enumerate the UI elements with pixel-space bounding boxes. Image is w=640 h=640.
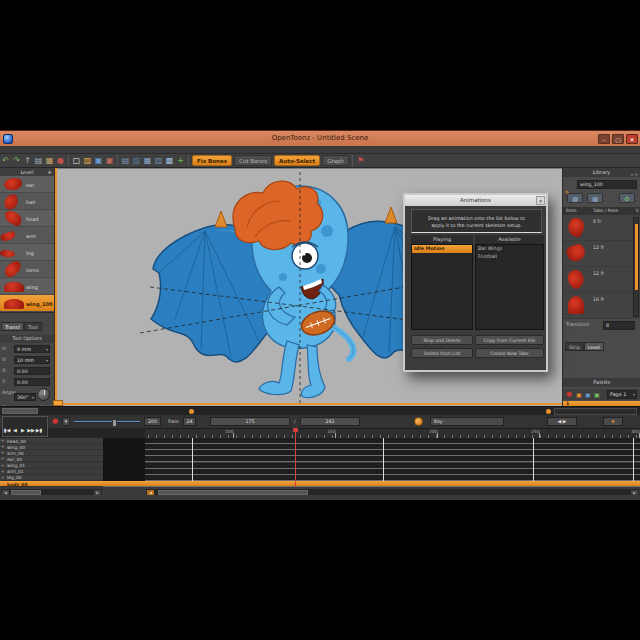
x-field[interactable]: 0.00 xyxy=(14,367,50,375)
library-item[interactable]: 12 fr xyxy=(563,241,633,267)
expand-icon[interactable]: + xyxy=(1,469,4,474)
key-mode-button[interactable]: Key xyxy=(430,417,504,426)
style-editor-icon[interactable]: ▣ xyxy=(585,391,591,398)
up-arrow-icon[interactable]: ↑ xyxy=(22,154,33,167)
library-scrollbar[interactable] xyxy=(633,217,639,317)
options-button[interactable]: ▾ xyxy=(62,417,70,426)
flag-icon[interactable]: ⚑ xyxy=(355,154,366,167)
zoom-value-field[interactable]: 200 xyxy=(144,417,161,426)
grid-icon[interactable]: + xyxy=(175,154,186,167)
dialog-close-icon[interactable]: ✕ xyxy=(536,196,545,205)
timeline-row-label[interactable]: +arm_01 xyxy=(0,469,103,475)
undo-icon[interactable]: ↶ xyxy=(0,154,11,167)
timeline-menu-button[interactable] xyxy=(2,408,38,414)
dialog-button-3[interactable]: Delete from List xyxy=(411,348,473,358)
combo-h[interactable]: 9 mm xyxy=(14,345,50,353)
go-last-button[interactable]: ▶▮ xyxy=(35,421,43,440)
timeline-row-track[interactable] xyxy=(145,475,640,481)
timeline-row-track[interactable] xyxy=(145,438,640,444)
load-folder-button[interactable]: ▨ xyxy=(567,193,583,203)
tab-level[interactable]: Level xyxy=(584,342,604,351)
timeline-zoom-slider[interactable] xyxy=(74,421,140,423)
timeline-row-track[interactable] xyxy=(145,444,640,450)
toggle-cut-bones[interactable]: Cut Bones xyxy=(234,155,272,166)
frame-ruler[interactable]: 100150200250300 xyxy=(145,428,640,438)
play-button[interactable]: ▶ xyxy=(19,421,27,440)
panel-close-icon[interactable]: ▫ ✕ xyxy=(631,170,638,179)
expand-icon[interactable]: + xyxy=(1,450,4,455)
frames-scrollbar[interactable]: ◀▶ xyxy=(145,488,640,496)
palette-gizmo-icon[interactable]: ▣ xyxy=(594,391,600,398)
prev-frame-button[interactable]: ◀ xyxy=(11,421,19,440)
expand-icon[interactable]: + xyxy=(1,463,4,468)
col-take-pose[interactable]: Take / Pose xyxy=(593,207,618,215)
timeline-row-label[interactable]: +body_00 xyxy=(0,481,103,487)
new-style-icon[interactable]: ▣ xyxy=(576,391,582,398)
transition-field[interactable]: 8 xyxy=(603,321,635,330)
sort-icon[interactable]: ⇅ xyxy=(635,207,639,215)
window-titlebar[interactable]: OpenToonz - Untitled Scene – ▢ ✕ xyxy=(0,130,640,146)
y-field[interactable]: 0.00 xyxy=(14,378,50,386)
next-frame-button[interactable]: ▶▶ xyxy=(27,421,35,440)
dialog-button-4[interactable]: Create New Take xyxy=(475,348,544,358)
expand-icon[interactable]: + xyxy=(1,481,4,486)
level-strip-item[interactable]: hair xyxy=(0,193,54,210)
new-scene-icon[interactable]: ▢ xyxy=(71,154,82,167)
maximize-button[interactable]: ▢ xyxy=(612,134,624,144)
timeline-zoom-thumb[interactable] xyxy=(112,419,117,427)
available-list-item[interactable]: Bat Wings xyxy=(476,245,543,253)
timeline-search-field[interactable] xyxy=(554,408,637,415)
library-item[interactable]: 12 fr xyxy=(563,267,633,293)
key-nav-buttons[interactable]: ◀ ▶ xyxy=(547,417,577,426)
rate-field[interactable]: 24 xyxy=(183,417,196,426)
combo-v[interactable]: 10 mm xyxy=(14,356,50,364)
redo-icon[interactable]: ↷ xyxy=(11,154,22,167)
frames-scrollbar-thumb[interactable] xyxy=(158,490,308,495)
delete-style-icon[interactable]: ● xyxy=(566,390,572,398)
library-item[interactable]: 8 fr xyxy=(563,215,633,241)
add-level-button[interactable]: + xyxy=(47,168,52,176)
level-strip-item[interactable]: head xyxy=(0,210,54,227)
minimize-button[interactable]: – xyxy=(598,134,610,144)
timeline-row-track[interactable] xyxy=(145,469,640,475)
playhead[interactable] xyxy=(295,428,296,487)
view-mode-2-icon[interactable]: ▥ xyxy=(131,154,142,167)
palette-page-combo[interactable]: Page 1 xyxy=(607,390,637,399)
level-name-field[interactable]: wing_100 xyxy=(577,180,637,189)
angle-dial[interactable] xyxy=(37,388,50,401)
level-strip-item[interactable]: wing xyxy=(0,278,54,295)
go-first-button[interactable]: ▮◀ xyxy=(3,421,11,440)
save-icon[interactable]: ▣ xyxy=(93,154,104,167)
dialog-titlebar[interactable]: Animations ✕ xyxy=(405,195,546,206)
refresh-button[interactable]: ♻ xyxy=(619,193,635,203)
view-mode-3-icon[interactable]: ▦ xyxy=(142,154,153,167)
erase-icon[interactable]: ● xyxy=(55,154,66,167)
save-as-icon[interactable]: ▣ xyxy=(104,154,115,167)
record-button[interactable]: ● xyxy=(52,417,58,426)
playing-list-item[interactable]: Idle Motion xyxy=(412,245,472,253)
view-mode-1-icon[interactable]: ▤ xyxy=(120,154,131,167)
range-end-field[interactable]: 241 xyxy=(300,417,360,426)
loop-toggle-button[interactable] xyxy=(414,417,423,426)
set-key-button[interactable]: ★ xyxy=(603,417,623,426)
timeline-row-track[interactable] xyxy=(145,481,640,487)
toggle-auto-select[interactable]: Auto-Select xyxy=(274,155,320,166)
timeline-row-label[interactable]: +arm_00 xyxy=(0,450,103,456)
tab-strip[interactable]: Strip xyxy=(565,342,584,351)
labels-scrollbar[interactable]: ◀▶ xyxy=(0,488,103,496)
paste-icon[interactable]: ▦ xyxy=(44,154,55,167)
toggle-fix-bones[interactable]: Fix Bones xyxy=(192,155,232,166)
tab-transform[interactable]: Transf xyxy=(1,322,24,331)
library-scrollbar-thumb[interactable] xyxy=(635,224,638,290)
level-strip-item[interactable]: arm xyxy=(0,227,54,244)
level-strip-item[interactable]: leg xyxy=(0,244,54,261)
close-button[interactable]: ✕ xyxy=(626,134,638,144)
open-icon[interactable]: ▨ xyxy=(82,154,93,167)
timeline-row-track[interactable] xyxy=(145,463,640,469)
available-list-item[interactable]: Football xyxy=(476,253,543,261)
timeline-row-label[interactable]: +ear_00 xyxy=(0,456,103,462)
toggle-graph[interactable]: Graph xyxy=(322,155,349,166)
dialog-button-1[interactable]: Stop and Delete xyxy=(411,335,473,345)
view-mode-4-icon[interactable]: ▧ xyxy=(153,154,164,167)
timeline-row-track[interactable] xyxy=(145,456,640,462)
